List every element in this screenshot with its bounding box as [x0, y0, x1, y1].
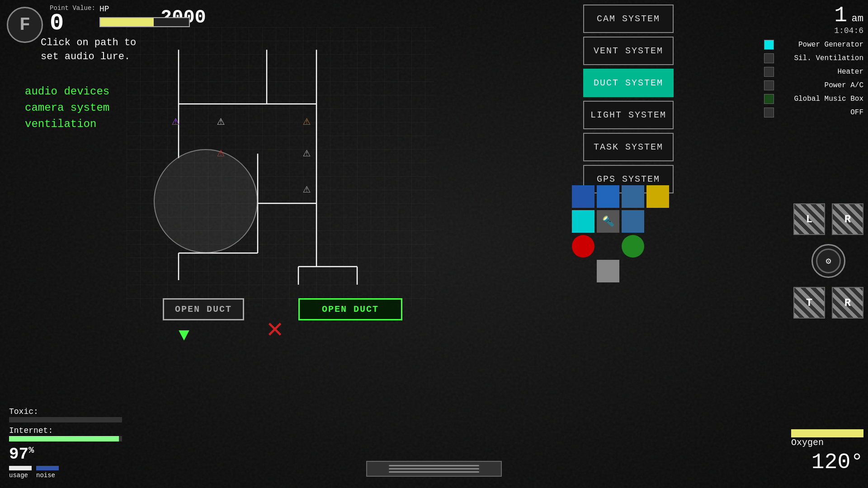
usage-bar [9, 466, 32, 470]
system-labels: audio devices camera system ventilation [25, 84, 109, 132]
heater-indicator [764, 67, 774, 77]
oxygen-bar [791, 429, 863, 437]
right-icons: L R ⚙ T R [793, 203, 863, 319]
system-buttons-panel: CAM SYSTEM VENT SYSTEM DUCT SYSTEM LIGHT… [583, 5, 674, 197]
bottom-stats: Toxic: Internet: 97% usage noise [9, 407, 122, 479]
color-grid: 🔦 [572, 185, 669, 282]
bar-line-3 [389, 471, 479, 473]
color-cell-6[interactable] [622, 210, 644, 233]
oxygen-label: Oxygen [791, 437, 863, 448]
label-ventilation: ventilation [25, 116, 109, 132]
color-cell-14 [622, 260, 644, 282]
power-items-list: Power Generator Sil. Ventilation Heater … [764, 40, 863, 117]
audio-lure-line2: set audio lure. [41, 51, 130, 62]
bottom-center-bar [366, 461, 502, 477]
power-ac-label: Power A/C [778, 81, 863, 89]
warning-gray-3: ⚠ [303, 183, 311, 196]
color-cell-0[interactable] [572, 185, 594, 208]
open-duct-right-button[interactable]: OPEN DUCT [298, 298, 402, 320]
bottom-icon-pair: T R [793, 287, 863, 319]
bottom-left-stripe-icon[interactable]: T [793, 287, 825, 319]
color-cell-1[interactable] [597, 185, 619, 208]
power-generator-label: Power Generator [778, 41, 863, 49]
usage-noise-area: usage noise [9, 466, 122, 479]
internet-percent: 97% [9, 445, 122, 464]
oxygen-section: Oxygen 120° [791, 429, 863, 474]
global-music-indicator [764, 94, 774, 104]
toxic-bar [9, 417, 122, 422]
power-generator-indicator [764, 40, 774, 50]
time-display: 1 am 1:04:6 [764, 5, 863, 35]
sil-ventilation-item: Sil. Ventilation [764, 53, 863, 63]
power-generator-item: Power Generator [764, 40, 863, 50]
cam-system-button[interactable]: CAM SYSTEM [583, 5, 674, 33]
large-room-circle [154, 149, 258, 253]
global-music-item: Global Music Box [764, 94, 863, 104]
color-cell-5[interactable]: 🔦 [597, 210, 619, 233]
usage-section: usage [9, 466, 32, 479]
noise-bar [36, 466, 59, 470]
usage-label: usage [9, 472, 32, 479]
noise-section: noise [36, 466, 59, 479]
bottom-right-stripe-icon[interactable]: R [832, 287, 863, 319]
f-badge: F [7, 7, 43, 43]
color-cell-12 [572, 260, 594, 282]
stats-area: Point Value: 0 [50, 5, 95, 35]
sil-ventilation-indicator [764, 53, 774, 63]
off-item: OFF [764, 108, 863, 117]
warning-red: ⚠ [217, 147, 225, 160]
heater-label: Heater [778, 68, 863, 76]
oxygen-degree: 120° [791, 450, 863, 474]
global-music-label: Global Music Box [778, 95, 863, 103]
bottom-bar-decoration [389, 465, 479, 473]
color-cell-green[interactable] [622, 235, 644, 258]
power-ac-item: Power A/C [764, 80, 863, 90]
color-cell-2[interactable] [622, 185, 644, 208]
circle-symbol: ⚙ [826, 255, 831, 267]
map-area[interactable]: ⚠ ⚠ ⚠ ⚠ ⚠ ⚠ OPEN DUCT OPEN DUCT ✕ ▼ [127, 27, 434, 307]
power-ac-indicator [764, 80, 774, 90]
internet-label: Internet: [9, 426, 122, 435]
far-right-panel: 1 am 1:04:6 Power Generator Sil. Ventila… [764, 5, 863, 121]
warning-gray-1: ⚠ [217, 115, 225, 128]
sil-ventilation-label: Sil. Ventilation [778, 54, 863, 62]
label-audio: audio devices [25, 84, 109, 100]
warning-gray-2: ⚠ [303, 147, 311, 160]
point-value: 0 [50, 12, 95, 35]
red-x-marker: ✕ [267, 312, 283, 345]
color-cell-15 [646, 260, 669, 282]
audio-lure-text: Click on path to set audio lure. [41, 36, 136, 64]
internet-bar-fill [9, 436, 119, 441]
top-icon-pair: L R [793, 203, 863, 235]
hp-bar-fill [100, 18, 154, 26]
warning-purple: ⚠ [172, 115, 179, 128]
vent-system-button[interactable]: VENT SYSTEM [583, 37, 674, 65]
color-cell-7 [646, 210, 669, 233]
circle-icon[interactable]: ⚙ [811, 244, 845, 278]
label-camera: camera system [25, 100, 109, 116]
task-system-button[interactable]: TASK SYSTEM [583, 133, 674, 161]
f-badge-label: F [19, 15, 30, 35]
color-cell-3[interactable] [646, 185, 669, 208]
open-duct-left-button[interactable]: OPEN DUCT [163, 298, 244, 320]
audio-lure-line1: Click on path to [41, 37, 136, 48]
color-cell-gray[interactable] [597, 260, 619, 282]
noise-label: noise [36, 472, 59, 479]
color-cell-red[interactable] [572, 235, 594, 258]
left-stripe-icon[interactable]: L [793, 203, 825, 235]
warning-brown: ⚠ [303, 115, 311, 128]
circle-inner: ⚙ [816, 249, 841, 273]
right-stripe-icon[interactable]: R [832, 203, 863, 235]
duct-system-button[interactable]: DUCT SYSTEM [583, 69, 674, 97]
hp-bar [99, 17, 190, 27]
color-cell-9 [597, 235, 619, 258]
color-cell-4[interactable] [572, 210, 594, 233]
heater-item: Heater [764, 67, 863, 77]
bar-line-1 [389, 465, 479, 466]
time-ampm: am [852, 13, 863, 24]
toxic-label: Toxic: [9, 407, 122, 416]
internet-bar [9, 436, 122, 441]
hp-label: HP [99, 5, 109, 14]
light-system-button[interactable]: LIGHT SYSTEM [583, 101, 674, 129]
off-label: OFF [778, 108, 863, 117]
